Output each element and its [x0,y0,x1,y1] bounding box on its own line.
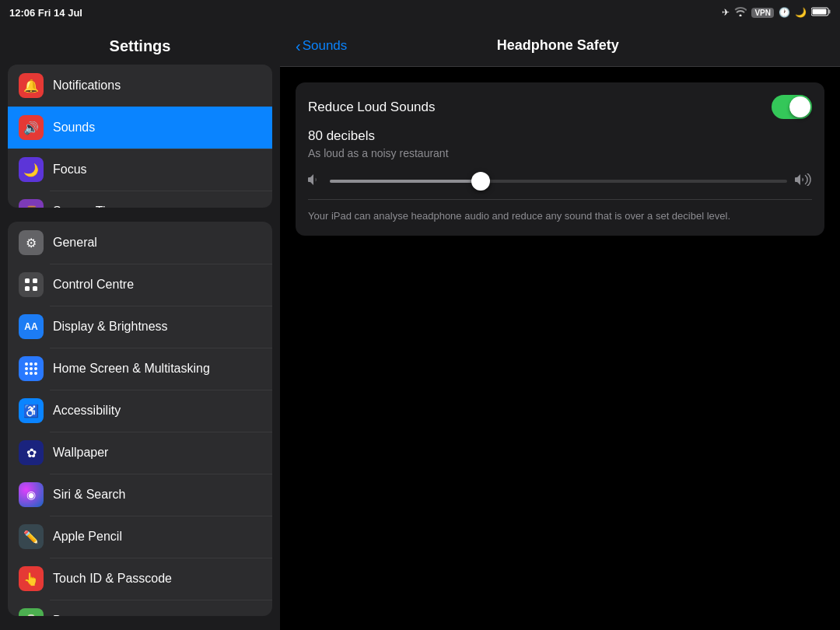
content-body: Reduce Loud Sounds 80 decibels As loud a… [280,67,840,630]
svg-rect-6 [33,286,37,291]
sidebar-item-general[interactable]: ⚙ General [8,222,272,264]
airplane-icon: ✈ [722,7,730,18]
svg-rect-4 [33,278,37,283]
content-title: Headphone Safety [353,37,762,54]
battery-item-icon: 🔋 [19,608,44,616]
general-label: General [53,236,97,250]
sidebar-item-home-screen[interactable]: Home Screen & Multitasking [8,348,272,390]
apple-pencil-icon: ✏️ [19,524,44,549]
home-screen-label: Home Screen & Multitasking [53,362,210,376]
sidebar-item-battery[interactable]: 🔋 Battery [8,600,272,616]
battery-icon [811,7,831,19]
sidebar-title: Settings [0,25,280,65]
reduce-loud-sounds-toggle[interactable] [772,95,812,119]
reduce-loud-sounds-row: Reduce Loud Sounds [308,95,812,119]
back-chevron-icon: ‹ [296,38,301,54]
sidebar-item-sounds[interactable]: 🔊 Sounds [8,107,272,149]
sidebar-item-siri[interactable]: ◉ Siri & Search [8,474,272,516]
sidebar-item-apple-pencil[interactable]: ✏️ Apple Pencil [8,516,272,558]
notifications-label: Notifications [53,79,121,93]
focus-icon: 🌙 [19,157,44,182]
svg-rect-3 [25,278,30,283]
apple-pencil-label: Apple Pencil [53,530,122,544]
status-bar: 12:06 Fri 14 Jul ✈ VPN 🕐 🌙 [0,0,840,25]
control-centre-label: Control Centre [53,278,134,292]
screen-time-icon: ⏳ [19,199,44,208]
touch-id-label: Touch ID & Passcode [53,572,172,586]
decibel-value: 80 decibels [308,128,812,144]
battery-label: Battery [53,614,93,616]
svg-rect-1 [829,9,831,13]
volume-slider-track[interactable] [330,180,787,183]
general-icon: ⚙ [19,230,44,255]
sidebar-item-screen-time[interactable]: ⏳ Screen Time [8,191,272,208]
svg-point-8 [30,362,33,366]
siri-icon: ◉ [19,482,44,507]
content-area: ‹ Sounds Headphone Safety Reduce Loud So… [280,25,840,630]
wallpaper-icon: ✿ [19,440,44,465]
volume-high-icon [795,172,812,190]
siri-label: Siri & Search [53,488,125,502]
home-screen-icon [19,356,44,381]
sidebar-item-focus[interactable]: 🌙 Focus [8,149,272,191]
wallpaper-label: Wallpaper [53,446,108,460]
decibel-description: As loud as a noisy restaurant [308,147,812,159]
moon-icon: 🌙 [795,7,807,18]
svg-point-7 [25,362,28,366]
display-icon: AA [19,314,44,339]
clock-moon-icon: 🕐 [779,7,790,18]
svg-point-10 [25,367,28,370]
accessibility-icon: ♿ [19,398,44,423]
notifications-icon: 🔔 [19,73,44,98]
sidebar: Settings 🔔 Notifications 🔊 Sounds 🌙 Focu… [0,25,280,630]
status-time-date: 12:06 Fri 14 Jul [9,7,82,19]
svg-point-9 [34,362,37,366]
sounds-label: Sounds [53,121,95,135]
wifi-icon [734,7,747,19]
sidebar-item-display[interactable]: AA Display & Brightness [8,306,272,348]
sidebar-item-control-centre[interactable]: Control Centre [8,264,272,306]
slider-fill [330,180,481,183]
back-button[interactable]: ‹ Sounds [296,38,347,54]
headphone-safety-footer: Your iPad can analyse headphone audio an… [308,209,812,223]
sidebar-item-wallpaper[interactable]: ✿ Wallpaper [8,432,272,474]
sidebar-item-accessibility[interactable]: ♿ Accessibility [8,390,272,432]
card-divider [308,199,812,200]
volume-slider-row [308,172,812,190]
svg-point-14 [30,372,33,375]
sidebar-item-touch-id[interactable]: 👆 Touch ID & Passcode [8,558,272,600]
accessibility-label: Accessibility [53,404,121,418]
svg-point-13 [25,372,28,375]
display-label: Display & Brightness [53,320,168,334]
screen-time-label: Screen Time [53,205,123,208]
svg-point-15 [34,372,37,375]
svg-point-11 [30,367,33,370]
svg-rect-5 [25,286,30,291]
toggle-knob [789,96,810,117]
touch-id-icon: 👆 [19,566,44,591]
status-icons: ✈ VPN 🕐 🌙 [722,7,831,19]
volume-low-icon [308,173,322,189]
sidebar-group-1: 🔔 Notifications 🔊 Sounds 🌙 Focus ⏳ [8,65,272,208]
back-label: Sounds [303,38,348,54]
reduce-loud-sounds-label: Reduce Loud Sounds [308,100,436,115]
slider-thumb[interactable] [471,172,490,191]
control-centre-icon [19,272,44,297]
content-header: ‹ Sounds Headphone Safety [280,25,840,67]
sidebar-group-2: ⚙ General Control Centre AA [8,222,272,616]
focus-label: Focus [53,163,87,177]
sidebar-item-notifications[interactable]: 🔔 Notifications [8,65,272,107]
vpn-badge: VPN [751,8,774,18]
svg-point-12 [34,367,37,370]
svg-rect-2 [813,9,827,14]
sounds-icon: 🔊 [19,115,44,140]
headphone-safety-card: Reduce Loud Sounds 80 decibels As loud a… [296,82,824,236]
main-layout: Settings 🔔 Notifications 🔊 Sounds 🌙 Focu… [0,25,840,630]
